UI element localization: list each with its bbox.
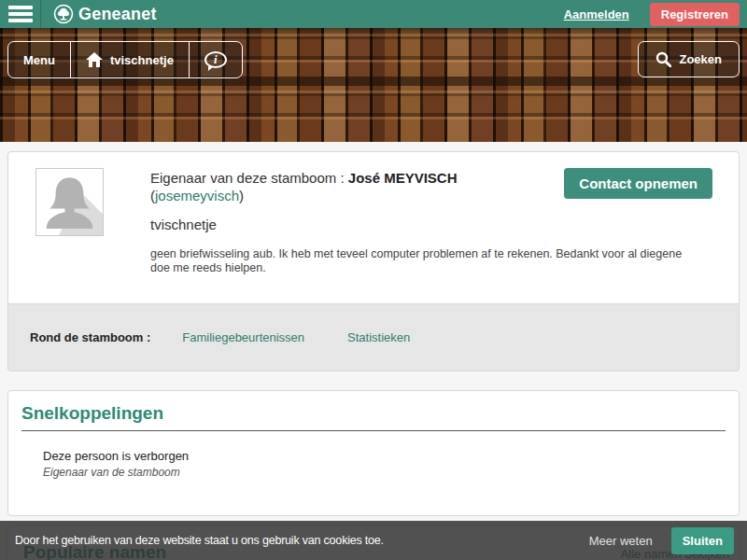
geneanet-logo[interactable]: Geneanet (53, 4, 157, 24)
hero-button-group: Menu tvischnetje i (7, 41, 243, 78)
tree-name-label: tvischnetje (110, 53, 174, 67)
tree-owner-card: Eigenaar van deze stamboom : José MEYVIS… (7, 151, 740, 371)
paren-close: ) (239, 188, 244, 203)
tree-name-text: tvischnetje (150, 217, 711, 232)
tree-home-button[interactable]: tvischnetje (70, 42, 189, 77)
hamburger-menu-icon[interactable] (0, 0, 41, 28)
contact-owner-button[interactable]: Contact opnemen (564, 168, 712, 199)
owner-description: geen briefwisseling aub. Ik heb met teve… (150, 247, 703, 275)
search-button-label: Zoeken (679, 52, 722, 66)
hidden-person-text: Deze persoon is verborgen (43, 449, 726, 463)
owner-caption-text: Eigenaar van de stamboom (43, 466, 726, 479)
owner-name: José MEYVISCH (348, 170, 458, 186)
library-background-header: Menu tvischnetje i Zoeken (0, 28, 747, 142)
cookie-consent-bar: Door het gebruiken van deze website staa… (0, 521, 747, 560)
top-navigation-bar: Geneanet Aanmelden Registreren (0, 0, 747, 28)
menu-button[interactable]: Menu (8, 42, 70, 77)
section-divider (21, 430, 726, 431)
cookie-close-button[interactable]: Sluiten (671, 527, 734, 554)
speech-bubble-info-icon: i (204, 51, 227, 68)
search-button[interactable]: Zoeken (638, 41, 740, 77)
sign-in-link[interactable]: Aanmelden (564, 7, 629, 21)
register-button[interactable]: Registreren (650, 3, 740, 26)
search-icon (655, 51, 671, 67)
owner-username-link[interactable]: josemeyvisch (155, 188, 239, 203)
owner-intro: Eigenaar van deze stamboom : (150, 170, 348, 186)
menu-button-label: Menu (23, 53, 55, 67)
owner-avatar (35, 168, 104, 236)
shortcuts-card: Snelkoppelingen Deze persoon is verborge… (7, 390, 740, 516)
tree-logo-icon (53, 4, 74, 24)
family-events-link[interactable]: Familiegebeurtenissen (182, 330, 304, 344)
brand-name: Geneanet (78, 5, 157, 24)
cookie-more-info-link[interactable]: Meer weten (589, 534, 653, 548)
statistics-link[interactable]: Statistieken (347, 330, 410, 344)
around-tree-label: Rond de stamboom : (30, 330, 150, 344)
info-bubble-button[interactable]: i (189, 42, 242, 77)
shortcuts-title: Snelkoppelingen (21, 403, 726, 424)
home-icon (86, 52, 103, 67)
around-tree-bar: Rond de stamboom : Familiegebeurtenissen… (7, 303, 740, 371)
cookie-message: Door het gebruiken van deze website staa… (15, 534, 384, 547)
